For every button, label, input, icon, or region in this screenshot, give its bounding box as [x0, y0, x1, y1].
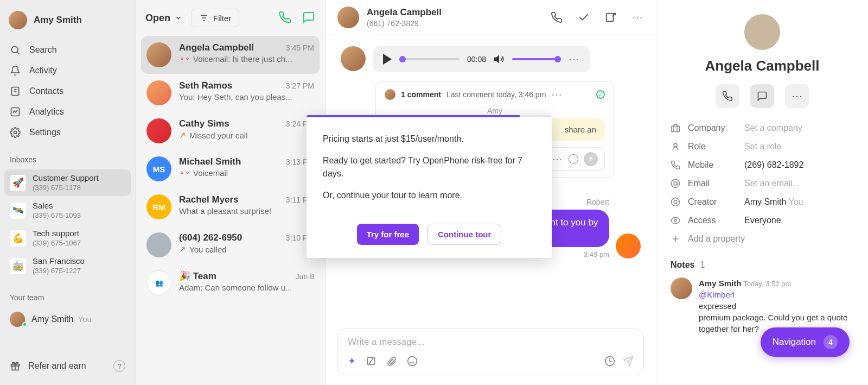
open-label: Open — [145, 12, 170, 24]
schedule-icon[interactable] — [604, 356, 615, 367]
filter-button[interactable]: Filter — [191, 9, 239, 27]
conversation-list-header: Open Filter — [136, 0, 325, 36]
notes-section: Notes1 Amy SmithToday, 3:52 pm @Kimberl … — [671, 260, 854, 334]
new-message-button[interactable] — [302, 11, 315, 26]
navigation-pill[interactable]: Navigation 4 — [761, 327, 850, 357]
conversation-name: Rachel Myers — [179, 194, 239, 205]
gift-icon — [10, 361, 21, 371]
prop-mobile[interactable]: Mobile(269) 682-1892 — [671, 160, 854, 170]
comment-author-label: Amy — [385, 106, 605, 115]
prop-access[interactable]: AccessEveryone — [671, 216, 854, 225]
conversation-time: Jun 8 — [296, 272, 314, 281]
nav-pill-count: 4 — [824, 335, 838, 349]
primary-nav: Search Activity Contacts Analytics Setti… — [4, 40, 131, 142]
nav-analytics[interactable]: Analytics — [4, 102, 131, 122]
nav-search[interactable]: Search — [4, 40, 131, 60]
nav-contacts[interactable]: Contacts — [4, 81, 131, 101]
nav-settings[interactable]: Settings — [4, 123, 131, 142]
audio-more-icon[interactable]: ⋯ — [569, 53, 580, 66]
message-composer[interactable]: Write a message... ✦ — [337, 329, 644, 375]
nav-activity[interactable]: Activity — [4, 61, 131, 80]
conversation-item[interactable]: (604) 262-69503:10 PM ↗ You called — [141, 226, 320, 264]
svg-point-19 — [408, 357, 417, 366]
inboxes-section-label: Inboxes — [4, 152, 131, 167]
call-icon[interactable] — [551, 11, 563, 23]
mark-done-icon[interactable] — [578, 11, 590, 23]
inbox-item[interactable]: 🛰️ Sales(339) 675-1093 — [4, 197, 131, 224]
template-icon[interactable] — [366, 356, 376, 367]
archive-icon[interactable] — [605, 11, 617, 23]
svg-point-26 — [674, 143, 677, 147]
play-button[interactable] — [383, 54, 392, 65]
emoji-picker-icon[interactable] — [407, 356, 418, 367]
volume-icon[interactable] — [494, 54, 505, 65]
conversation-item[interactable]: MS Michael Smith3:13 PM ⚬⚬ Voicemail — [141, 150, 320, 188]
audio-time: 00:08 — [467, 55, 486, 64]
send-icon[interactable] — [623, 356, 634, 367]
prop-creator[interactable]: CreatorAmy Smith You — [671, 197, 854, 207]
filter-icon — [199, 13, 209, 23]
comment-avatar — [385, 89, 395, 100]
prop-email[interactable]: EmailSet an email... — [671, 179, 854, 188]
eye-icon — [671, 216, 680, 225]
contact-name: Angela Campbell — [367, 7, 442, 18]
details-more-button[interactable]: ⋯ — [785, 84, 809, 108]
note-time: Today, 3:52 pm — [743, 280, 791, 288]
attachment-icon[interactable] — [386, 356, 397, 367]
more-menu-icon[interactable]: ⋯ — [632, 11, 644, 24]
comment-more-icon[interactable]: ⋯ — [551, 88, 563, 101]
nav-pill-label: Navigation — [773, 337, 816, 348]
prop-company[interactable]: CompanySet a company — [671, 123, 854, 133]
conversation-list: Open Filter Angela Campbell3:45 PM ⚬⚬ Vo… — [135, 0, 326, 385]
details-message-button[interactable] — [750, 84, 774, 108]
conversation-avatar — [146, 232, 171, 257]
inbox-item[interactable]: 💪 Tech support(339) 675-1067 — [4, 225, 131, 251]
conversation-item[interactable]: RM Rachel Myers3:11 PM What a pleasant s… — [141, 188, 320, 226]
svg-point-6 — [14, 131, 17, 134]
try-free-button[interactable]: Try for free — [357, 224, 419, 245]
team-member[interactable]: Amy Smith You — [4, 307, 131, 331]
briefcase-icon — [671, 123, 680, 133]
ai-sparkle-icon[interactable]: ✦ — [348, 355, 356, 367]
continue-tour-button[interactable]: Continue tour — [427, 224, 501, 245]
note-item: Amy SmithToday, 3:52 pm @Kimberl express… — [671, 277, 854, 334]
note-mention[interactable]: @Kimberl — [699, 290, 735, 299]
new-call-button[interactable] — [278, 11, 291, 26]
conversation-item[interactable]: 👥 🎉 TeamJun 8 Adam: Can someone follow u… — [141, 264, 320, 302]
inbox-item[interactable]: 🚋 San Francisco(339) 675-1227 — [4, 253, 131, 279]
nav-settings-label: Settings — [29, 128, 61, 137]
emoji-icon[interactable] — [569, 154, 578, 164]
prop-role[interactable]: RoleSet a role — [671, 142, 854, 152]
conversation-item[interactable]: Cathy Sims3:24 PM ↗ Missed your call — [141, 112, 320, 150]
svg-point-28 — [672, 198, 680, 206]
inbox-number: (339) 675-1227 — [33, 267, 85, 275]
contact-number: (661) 762-3829 — [367, 19, 442, 28]
analytics-icon — [10, 106, 21, 117]
refer-link[interactable]: Refer and earn — [10, 361, 86, 371]
send-comment-button[interactable] — [584, 152, 598, 166]
composer-placeholder[interactable]: Write a message... — [348, 337, 634, 348]
inbox-item[interactable]: 🚀 Customer Support(339) 675-1178 — [4, 169, 131, 196]
filter-label: Filter — [213, 14, 231, 23]
open-filter-dropdown[interactable]: Open — [145, 12, 182, 24]
resolved-icon[interactable] — [596, 90, 605, 99]
contact-avatar — [337, 7, 359, 28]
plus-icon — [671, 234, 680, 244]
add-property-button[interactable]: Add a property — [671, 234, 854, 244]
comment-options-icon[interactable]: ⋯ — [552, 153, 563, 165]
svg-point-30 — [674, 219, 677, 222]
conversation-item[interactable]: Seth Ramos3:27 PM You: Hey Seth, can you… — [141, 74, 320, 112]
audio-seek-track[interactable] — [399, 58, 459, 60]
property-list: CompanySet a company RoleSet a role Mobi… — [671, 123, 854, 244]
inbox-list: 🚀 Customer Support(339) 675-1178🛰️ Sales… — [4, 169, 131, 279]
presence-indicator — [22, 322, 27, 327]
details-call-button[interactable] — [716, 84, 739, 108]
at-icon — [671, 179, 680, 188]
conversation-avatar — [146, 80, 171, 105]
conversation-item[interactable]: Angela Campbell3:45 PM ⚬⚬ Voicemail: hi … — [141, 36, 320, 74]
your-team-label: Your team — [4, 290, 131, 305]
current-user[interactable]: Amy Smith — [4, 8, 131, 33]
voicemail-row: 00:08 ⋯ — [341, 46, 641, 72]
help-button[interactable]: ? — [113, 360, 125, 372]
volume-track[interactable] — [512, 58, 561, 60]
